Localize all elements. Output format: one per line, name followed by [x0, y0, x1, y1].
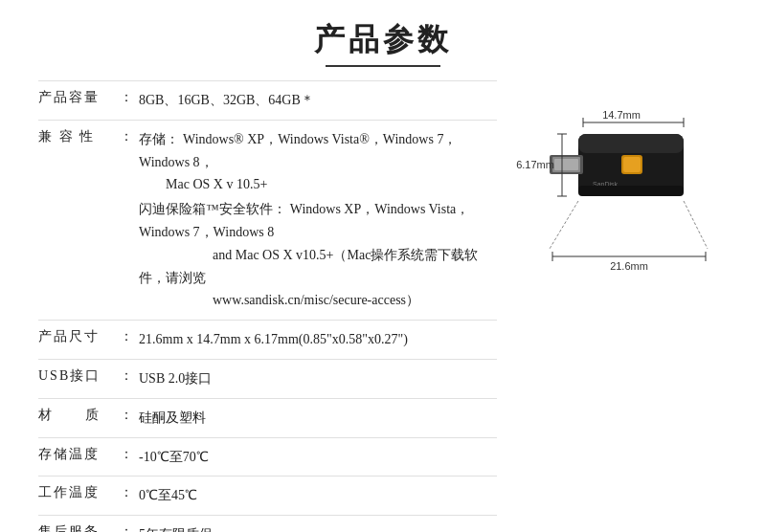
spec-label-storage-temp: 存储温度	[38, 437, 120, 477]
usb-drive-svg: 14.7mm SanDisk	[506, 105, 717, 297]
spec-value-capacity: 8GB、16GB、32GB、64GB＊	[139, 81, 497, 121]
spec-label-warranty: 售后服务	[38, 516, 120, 532]
spec-row-storage-temp: 存储温度 ： -10℃至70℃	[38, 437, 497, 477]
spec-row-usb: USB接口 ： USB 2.0接口	[38, 359, 497, 398]
spec-label-capacity: 产品容量	[38, 81, 120, 121]
usb-image-section: 14.7mm SanDisk	[506, 105, 727, 300]
spec-row-capacity: 产品容量 ： 8GB、16GB、32GB、64GB＊	[38, 81, 497, 121]
spec-value-operating-temp: 0℃至45℃	[139, 477, 497, 516]
spec-row-operating-temp: 工作温度 ： 0℃至45℃	[38, 477, 497, 516]
spec-label-dimensions: 产品尺寸	[38, 321, 120, 360]
svg-text:6.17mm: 6.17mm	[516, 159, 554, 170]
title-underline	[326, 65, 440, 67]
page-title-wrap: 产品参数	[38, 19, 727, 67]
svg-line-18	[684, 201, 708, 249]
spec-value-material: 硅酮及塑料	[139, 398, 497, 437]
spec-value-usb: USB 2.0接口	[139, 359, 497, 398]
svg-text:14.7mm: 14.7mm	[602, 109, 641, 121]
spec-value-storage-temp: -10℃至70℃	[139, 437, 497, 477]
svg-rect-5	[578, 134, 684, 153]
spec-row-compatibility: 兼 容 性 ： 存储：Windows® XP，Windows Vista®，Wi…	[38, 120, 497, 320]
spec-row-material: 材 质 ： 硅酮及塑料	[38, 398, 497, 437]
spec-value-warranty: 5年有限质保	[139, 516, 497, 532]
page-wrapper: 产品参数 产品容量 ： 8GB、16GB、32GB、64GB＊ 兼 容 性 ： …	[0, 0, 765, 532]
svg-rect-12	[578, 186, 684, 196]
spec-row-warranty: 售后服务 ： 5年有限质保	[38, 516, 497, 532]
spec-label-usb: USB接口	[38, 359, 120, 398]
page-title: 产品参数	[38, 19, 727, 61]
spec-label-material: 材 质	[38, 398, 120, 437]
specs-table: 产品容量 ： 8GB、16GB、32GB、64GB＊ 兼 容 性 ： 存储：Wi…	[38, 80, 497, 532]
svg-rect-8	[554, 159, 578, 170]
svg-rect-10	[623, 157, 641, 172]
spec-label-compatibility: 兼 容 性	[38, 120, 120, 320]
svg-text:21.6mm: 21.6mm	[610, 260, 648, 272]
spec-row-dimensions: 产品尺寸 ： 21.6mm x 14.7mm x 6.17mm(0.85"x0.…	[38, 321, 497, 360]
spec-label-operating-temp: 工作温度	[38, 477, 120, 516]
spec-value-dimensions: 21.6mm x 14.7mm x 6.17mm(0.85"x0.58"x0.2…	[139, 321, 497, 360]
spec-value-compatibility: 存储：Windows® XP，Windows Vista®，Windows 7，…	[139, 120, 497, 320]
svg-line-17	[550, 201, 578, 249]
